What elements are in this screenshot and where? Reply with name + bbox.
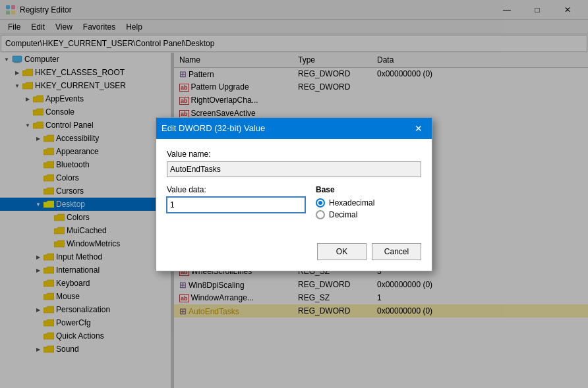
radio-hex-label: Hexadecimal xyxy=(329,198,374,208)
dialog-close-button[interactable]: ✕ xyxy=(411,122,426,135)
radio-dec-circle xyxy=(316,210,325,219)
dialog-title: Edit DWORD (32-bit) Value xyxy=(162,123,265,133)
radio-dec-label: Decimal xyxy=(329,210,357,219)
value-name-label: Value name: xyxy=(167,150,421,159)
radio-hex-dot xyxy=(318,201,322,205)
ok-button[interactable]: OK xyxy=(317,243,367,260)
dialog-overlay: Edit DWORD (32-bit) Value ✕ Value name: … xyxy=(0,0,588,388)
cancel-button[interactable]: Cancel xyxy=(372,243,421,260)
value-data-label: Value data: xyxy=(167,185,305,194)
radio-hexadecimal[interactable]: Hexadecimal xyxy=(316,198,421,208)
edit-dword-dialog: Edit DWORD (32-bit) Value ✕ Value name: … xyxy=(156,117,432,271)
dialog-buttons: OK Cancel xyxy=(156,243,432,271)
radio-decimal[interactable]: Decimal xyxy=(316,210,421,219)
dialog-body: Value name: Value data: Base Hexadecimal xyxy=(156,139,432,243)
dialog-title-bar: Edit DWORD (32-bit) Value ✕ xyxy=(156,118,432,139)
value-data-input[interactable] xyxy=(167,197,305,213)
value-name-input[interactable] xyxy=(167,161,421,177)
radio-hex-circle xyxy=(316,198,325,208)
base-label: Base xyxy=(316,185,421,194)
